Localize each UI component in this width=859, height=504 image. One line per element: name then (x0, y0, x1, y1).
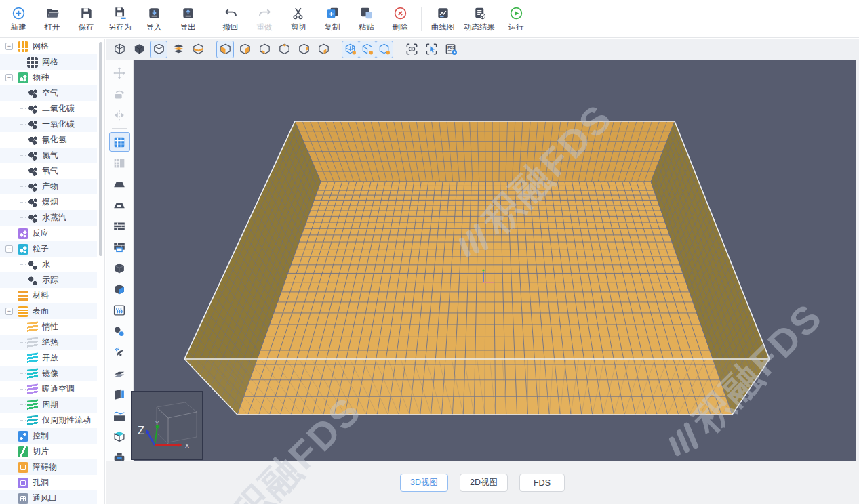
display-single-layer-button[interactable] (189, 41, 207, 58)
mesh-3d-scene[interactable] (134, 60, 856, 461)
mirror-icon (112, 108, 127, 123)
block-hole-icon (112, 282, 127, 297)
tree-item[interactable]: − 一氧化碳 (0, 117, 97, 132)
tab-2d-view[interactable]: 2D视图 (460, 474, 508, 492)
tree-item[interactable]: − 二氧化碳 (0, 101, 97, 117)
face-view-3-button[interactable] (256, 41, 273, 58)
mesh-light-button[interactable] (342, 41, 359, 58)
tree-item[interactable]: − 仅周期性流动 (0, 413, 97, 428)
tab-fds[interactable]: FDS (519, 474, 565, 492)
display-solid-button[interactable] (130, 41, 148, 58)
toolbar-save-as-button[interactable]: 另存为 (103, 3, 137, 35)
toolbar-new-button[interactable]: 新建 (1, 3, 35, 35)
tree-item[interactable]: − 障碍物 (0, 459, 97, 475)
tool-boundary-button[interactable] (109, 384, 130, 404)
fit-view-eye-icon (405, 42, 419, 56)
tree-expander-icon[interactable]: − (5, 245, 13, 253)
tree-item[interactable]: − 物种 (0, 70, 97, 85)
tree-item[interactable]: − 控制 (0, 428, 97, 444)
fds-preview-button[interactable]: FDS (442, 41, 460, 58)
face-view-1-button[interactable] (216, 41, 234, 58)
viewport-3d[interactable] (134, 60, 856, 461)
tool-obstruction-button[interactable] (109, 174, 130, 194)
toolbar-redo-button[interactable]: 重做 (247, 3, 281, 35)
tree-item[interactable]: − 网格 (0, 39, 97, 54)
tool-domain-button[interactable] (109, 426, 130, 446)
face-view-6-button[interactable] (315, 41, 332, 58)
tree-item[interactable]: − 产物 (0, 179, 97, 194)
tool-move-button[interactable] (109, 63, 130, 83)
tool-slice-button[interactable] (109, 363, 130, 383)
toolbar-copy-button[interactable]: 复制 (315, 3, 349, 35)
tool-wave-surface-button[interactable] (109, 405, 130, 425)
toolbar-dynamic-results-button[interactable]: 动态结果 (460, 3, 499, 35)
tool-obstruction-hole-button[interactable] (109, 195, 130, 215)
tool-particle-button[interactable] (109, 321, 130, 341)
tree-item[interactable]: − 绝热 (0, 335, 97, 350)
tree-item[interactable]: − 暖通空调 (0, 381, 97, 397)
tree-item[interactable]: − 煤烟 (0, 194, 97, 210)
tree-item[interactable]: − 空气 (0, 85, 97, 101)
tree-item[interactable]: − 开放 (0, 350, 97, 366)
open-cube-light-button[interactable] (359, 41, 376, 58)
toolbar-export-button[interactable]: 导出 (171, 3, 205, 35)
tree-item[interactable]: − 网格 (0, 54, 97, 70)
tool-mirror-button[interactable] (109, 105, 130, 125)
highlight-toggle-group (342, 41, 393, 58)
tool-solid-block-button[interactable] (109, 258, 130, 278)
display-wireframe-button[interactable] (111, 41, 128, 58)
tree-expander-icon[interactable]: − (5, 74, 13, 81)
tree-item[interactable]: − 氧气 (0, 163, 97, 179)
tree-item[interactable]: − 氰化氢 (0, 132, 97, 148)
toolbar-run-button[interactable]: 运行 (499, 3, 533, 35)
tree-item[interactable]: − 材料 (0, 288, 97, 303)
tool-vent-button[interactable] (109, 300, 130, 320)
tool-multi-mesh-button[interactable] (109, 153, 130, 173)
tree-item[interactable]: − 水 (0, 257, 97, 272)
toolbar-import-button[interactable]: 导入 (137, 3, 171, 35)
toolbar-paste-button[interactable]: 粘贴 (349, 3, 383, 35)
toolbar-cut-button[interactable]: 剪切 (281, 3, 315, 35)
fit-view-button[interactable] (403, 41, 420, 58)
cube-light-button[interactable] (376, 41, 393, 58)
tool-rotate-button[interactable] (109, 84, 130, 104)
tool-mesh-button[interactable] (109, 132, 130, 152)
toolbar-save-button[interactable]: 保存 (69, 3, 103, 35)
tree-item[interactable]: − 氮气 (0, 148, 97, 163)
tree-item[interactable]: − 切片 (0, 444, 97, 459)
tree-item[interactable]: − 表面 (0, 303, 97, 319)
tool-detector-button[interactable] (109, 342, 130, 362)
toolbar-undo-button[interactable]: 撤回 (214, 3, 247, 35)
tree-item-label: 示踪 (42, 274, 58, 286)
tool-wall-opening-button[interactable] (109, 237, 130, 257)
sidebar-scrollbar[interactable] (99, 42, 102, 256)
toolbar-open-button[interactable]: 打开 (35, 3, 69, 35)
toolbar-delete-button[interactable]: 删除 (383, 3, 417, 35)
face-view-2-button[interactable] (236, 41, 254, 58)
tree-item[interactable]: − 周期 (0, 397, 97, 413)
tree-item-label: 网格 (42, 56, 58, 68)
tree-item[interactable]: − 孔洞 (0, 475, 97, 490)
display-layered-button[interactable] (169, 41, 187, 58)
tree-item[interactable]: − 镜像 (0, 366, 97, 381)
tree-item[interactable]: − 惰性 (0, 319, 97, 335)
tree-item[interactable]: − 水蒸汽 (0, 210, 97, 226)
tree-expander-icon[interactable]: − (5, 308, 13, 315)
pointer-select-button[interactable] (422, 41, 440, 58)
tree-expander-icon[interactable]: − (5, 43, 13, 50)
sidebar: − 网格 − 网格 − 物种 − 空气 − (0, 39, 97, 504)
face-view-5-button[interactable] (295, 41, 313, 58)
tree-item-icon (18, 291, 28, 301)
display-transparent-button[interactable] (150, 41, 167, 58)
face-view-4-button[interactable] (275, 41, 293, 58)
tree-item[interactable]: − 通风口 (0, 490, 97, 504)
tool-wall-button[interactable] (109, 216, 130, 236)
fds-preview-icon: FDS (444, 42, 458, 56)
tree-item[interactable]: − 粒子 (0, 241, 97, 257)
view-action-group: FDS (403, 41, 460, 58)
toolbar-curve-chart-button[interactable]: 曲线图 (426, 3, 460, 35)
tab-3d-view[interactable]: 3D视图 (400, 474, 448, 492)
tree-item[interactable]: − 反应 (0, 226, 97, 241)
tree-item[interactable]: − 示踪 (0, 272, 97, 288)
tool-block-hole-button[interactable] (109, 279, 130, 299)
